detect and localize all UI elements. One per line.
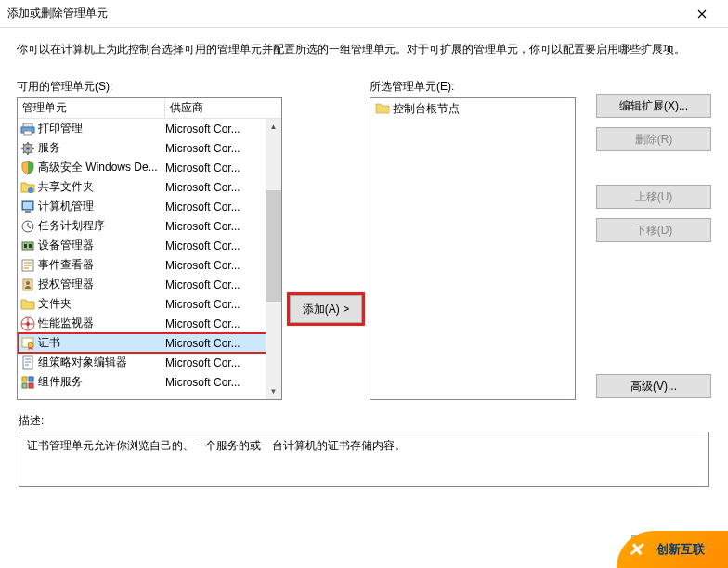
- item-name: 高级安全 Windows De...: [38, 160, 165, 175]
- clock-icon: [20, 219, 35, 234]
- scroll-down-button[interactable]: ▼: [266, 383, 281, 399]
- item-name: 计算机管理: [38, 199, 165, 214]
- advanced-button[interactable]: 高级(V)...: [596, 374, 711, 398]
- list-header: 管理单元 供应商: [18, 98, 281, 119]
- close-icon: [697, 9, 707, 19]
- item-vendor: Microsoft Cor...: [165, 376, 281, 389]
- item-name: 证书: [38, 335, 165, 351]
- scrollbar[interactable]: ▲ ▼: [266, 119, 281, 399]
- list-item[interactable]: 共享文件夹Microsoft Cor...: [18, 177, 281, 197]
- svg-rect-11: [24, 244, 27, 248]
- item-name: 设备管理器: [38, 238, 165, 253]
- item-icon: [20, 375, 35, 390]
- event-icon: [20, 258, 35, 273]
- tree-root-item[interactable]: 控制台根节点: [372, 100, 573, 117]
- item-icon: [20, 219, 35, 234]
- item-vendor: Microsoft Cor...: [165, 239, 281, 252]
- scroll-thumb[interactable]: [266, 190, 281, 302]
- list-item[interactable]: 证书Microsoft Cor...: [18, 333, 281, 353]
- folder-icon: [375, 101, 390, 116]
- svg-rect-2: [24, 131, 32, 135]
- instruction-text: 你可以在计算机上为此控制台选择可用的管理单元并配置所选的一组管理单元。对于可扩展…: [17, 41, 711, 58]
- item-icon: [20, 161, 35, 175]
- list-item[interactable]: 性能监视器Microsoft Cor...: [18, 314, 281, 333]
- svg-point-15: [26, 281, 30, 285]
- perf-icon: [20, 316, 35, 331]
- available-listbox[interactable]: 管理单元 供应商 打印管理Microsoft Cor...服务Microsoft…: [17, 97, 282, 400]
- svg-point-17: [26, 322, 30, 326]
- gear-icon: [20, 141, 35, 156]
- list-item[interactable]: 组件服务Microsoft Cor...: [18, 372, 281, 392]
- svg-rect-21: [22, 377, 27, 381]
- item-vendor: Microsoft Cor...: [165, 123, 281, 136]
- svg-rect-8: [25, 211, 31, 213]
- svg-rect-12: [29, 244, 32, 248]
- shield-icon: [20, 161, 35, 175]
- item-icon: [20, 258, 35, 273]
- item-icon: [20, 336, 35, 351]
- close-button[interactable]: [683, 0, 721, 28]
- item-name: 服务: [38, 140, 165, 156]
- item-icon: [20, 122, 35, 136]
- description-box: 证书管理单元允许你浏览自己的、一个服务的或一台计算机的证书存储内容。: [19, 432, 709, 487]
- item-vendor: Microsoft Cor...: [165, 259, 281, 272]
- item-icon: [20, 200, 35, 214]
- list-item[interactable]: 文件夹Microsoft Cor...: [18, 294, 281, 314]
- list-item[interactable]: 服务Microsoft Cor...: [18, 138, 281, 158]
- move-up-button[interactable]: 上移(U): [596, 185, 711, 209]
- component-icon: [20, 375, 35, 390]
- item-vendor: Microsoft Cor...: [165, 200, 281, 213]
- list-item[interactable]: 事件查看器Microsoft Cor...: [18, 255, 281, 275]
- auth-icon: [20, 278, 35, 292]
- item-vendor: Microsoft Cor...: [165, 181, 281, 194]
- add-button[interactable]: 添加(A) >: [290, 295, 362, 323]
- window-title: 添加或删除管理单元: [7, 6, 683, 21]
- selected-label: 所选管理单元(E):: [370, 79, 576, 95]
- col-header-vendor[interactable]: 供应商: [165, 98, 281, 118]
- description-label: 描述:: [19, 413, 709, 429]
- list-item[interactable]: 任务计划程序Microsoft Cor...: [18, 216, 281, 236]
- item-name: 文件夹: [38, 296, 165, 312]
- move-down-button[interactable]: 下移(D): [596, 218, 711, 242]
- remove-button[interactable]: 删除(R): [596, 127, 711, 151]
- item-icon: [20, 278, 35, 292]
- policy-icon: [20, 355, 35, 370]
- available-label: 可用的管理单元(S):: [17, 79, 282, 95]
- item-icon: [20, 297, 35, 312]
- tree-root-label: 控制台根节点: [393, 101, 460, 117]
- item-vendor: Microsoft Cor...: [165, 337, 281, 350]
- svg-rect-24: [29, 383, 33, 388]
- svg-point-5: [28, 187, 33, 193]
- scroll-up-button[interactable]: ▲: [266, 119, 281, 135]
- item-name: 性能监视器: [38, 316, 165, 331]
- edit-extensions-button[interactable]: 编辑扩展(X)...: [596, 94, 711, 118]
- item-vendor: Microsoft Cor...: [165, 356, 281, 369]
- svg-rect-22: [29, 377, 33, 381]
- printer-icon: [20, 122, 35, 136]
- list-item[interactable]: 打印管理Microsoft Cor...: [18, 119, 281, 138]
- list-item[interactable]: 高级安全 Windows De...Microsoft Cor...: [18, 158, 281, 177]
- list-item[interactable]: 设备管理器Microsoft Cor...: [18, 236, 281, 255]
- item-vendor: Microsoft Cor...: [165, 220, 281, 233]
- add-button-highlight: 添加(A) >: [287, 292, 365, 326]
- item-icon: [20, 141, 35, 156]
- item-name: 打印管理: [38, 121, 165, 136]
- item-vendor: Microsoft Cor...: [165, 161, 281, 174]
- list-item[interactable]: 组策略对象编辑器Microsoft Cor...: [18, 353, 281, 372]
- col-header-snapin[interactable]: 管理单元: [18, 98, 165, 118]
- item-vendor: Microsoft Cor...: [165, 278, 281, 291]
- item-name: 授权管理器: [38, 277, 165, 292]
- item-name: 组件服务: [38, 374, 165, 390]
- list-item[interactable]: 计算机管理Microsoft Cor...: [18, 197, 281, 216]
- watermark-text: 创新互联: [656, 541, 705, 558]
- titlebar: 添加或删除管理单元: [0, 0, 728, 28]
- list-item[interactable]: 授权管理器Microsoft Cor...: [18, 275, 281, 294]
- item-name: 任务计划程序: [38, 218, 165, 234]
- scroll-track[interactable]: [266, 135, 281, 383]
- svg-rect-10: [22, 242, 33, 250]
- item-icon: [20, 239, 35, 253]
- item-vendor: Microsoft Cor...: [165, 317, 281, 330]
- item-icon: [20, 180, 35, 195]
- selected-tree[interactable]: 控制台根节点: [370, 97, 576, 400]
- description-text: 证书管理单元允许你浏览自己的、一个服务的或一台计算机的证书存储内容。: [27, 439, 406, 452]
